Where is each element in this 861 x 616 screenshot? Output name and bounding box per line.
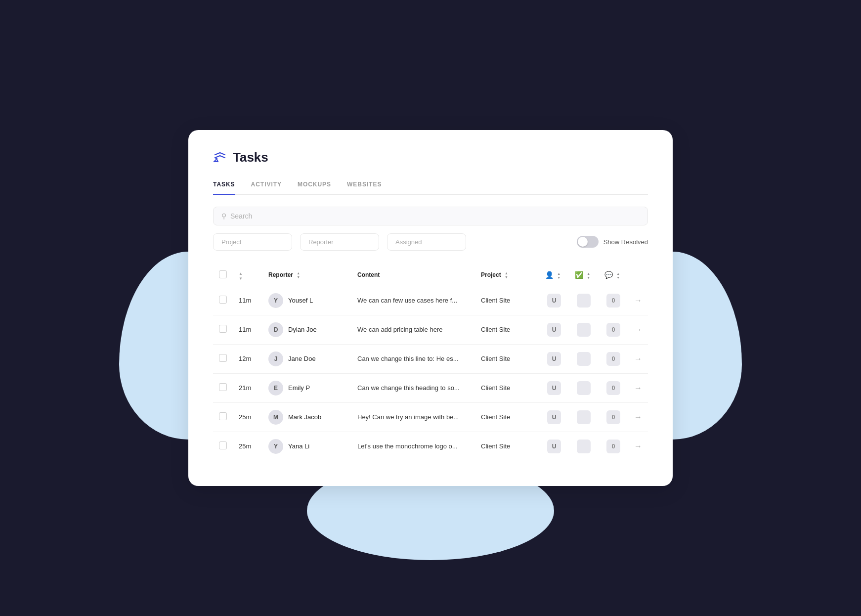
status-badge — [577, 352, 591, 366]
tab-activity[interactable]: ACTIVITY — [251, 181, 282, 195]
row-action-cell: → — [628, 402, 648, 432]
reporter-name: Dylan Joe — [288, 326, 317, 333]
row-time: 11m — [233, 315, 262, 344]
project-sort-icon — [505, 271, 508, 279]
row-arrow-button[interactable]: → — [634, 413, 642, 422]
row-project: Client Site — [475, 344, 539, 373]
comments-badge: 0 — [606, 381, 620, 395]
row-checkbox[interactable] — [219, 412, 227, 420]
select-all-checkbox[interactable] — [219, 270, 227, 278]
row-project: Client Site — [475, 315, 539, 344]
main-card: Tasks TASKS ACTIVITY MOCKUPS WEBSITES ⚲ … — [188, 130, 673, 486]
assigned-badge: U — [547, 440, 561, 453]
row-checkbox[interactable] — [219, 354, 227, 362]
row-assigned-cell: U — [539, 432, 569, 461]
row-reporter: J Jane Doe — [262, 344, 351, 373]
row-reporter: E Emily P — [262, 373, 351, 402]
row-assigned-cell: U — [539, 286, 569, 315]
assigned-badge: U — [547, 352, 561, 366]
row-arrow-button[interactable]: → — [634, 384, 642, 393]
row-action-cell: → — [628, 315, 648, 344]
tab-tasks[interactable]: TASKS — [213, 181, 235, 195]
row-action-cell: → — [628, 344, 648, 373]
row-arrow-button[interactable]: → — [634, 325, 642, 334]
status-badge — [577, 410, 591, 424]
assigned-sort-icon — [557, 272, 560, 279]
comment-icon: 💬 — [604, 271, 613, 279]
logo-icon — [213, 151, 227, 165]
row-project: Client Site — [475, 373, 539, 402]
filter-row: Show Resolved — [213, 233, 648, 251]
th-comments[interactable]: 💬 — [599, 264, 628, 286]
row-content: Can we change this line to: He es... — [351, 344, 475, 373]
row-checkbox[interactable] — [219, 441, 227, 449]
tab-bar: TASKS ACTIVITY MOCKUPS WEBSITES — [213, 181, 648, 195]
tab-mockups[interactable]: MOCKUPS — [298, 181, 331, 195]
page-title: Tasks — [233, 150, 268, 165]
project-filter[interactable] — [213, 233, 292, 251]
row-content: Can we change this heading to so... — [351, 373, 475, 402]
table-row: 12m J Jane Doe Can we change this line t… — [213, 344, 648, 373]
reporter-name: Yousef L — [288, 297, 313, 304]
row-comments-cell: 0 — [599, 432, 628, 461]
row-checkbox-cell — [213, 344, 233, 373]
row-comments-cell: 0 — [599, 402, 628, 432]
row-action-cell: → — [628, 432, 648, 461]
row-status-cell — [569, 315, 599, 344]
row-status-cell — [569, 402, 599, 432]
row-checkbox[interactable] — [219, 296, 227, 304]
row-time: 11m — [233, 286, 262, 315]
reporter-avatar: J — [268, 352, 283, 366]
table-row: 11m D Dylan Joe We can add pricing table… — [213, 315, 648, 344]
th-assigned[interactable]: 👤 — [539, 264, 569, 286]
assigned-badge: U — [547, 294, 561, 308]
th-checkbox — [213, 264, 233, 286]
th-content: Content — [351, 264, 475, 286]
reporter-filter[interactable] — [300, 233, 379, 251]
row-arrow-button[interactable]: → — [634, 442, 642, 451]
status-badge — [577, 323, 591, 337]
page-header: Tasks — [213, 150, 648, 165]
th-action — [628, 264, 648, 286]
search-bar: ⚲ — [213, 207, 648, 225]
row-arrow-button[interactable]: → — [634, 296, 642, 305]
row-checkbox[interactable] — [219, 383, 227, 391]
show-resolved-group: Show Resolved — [577, 236, 648, 248]
row-project: Client Site — [475, 286, 539, 315]
th-status[interactable]: ✅ — [569, 264, 599, 286]
row-comments-cell: 0 — [599, 286, 628, 315]
reporter-avatar: M — [268, 410, 283, 425]
reporter-name: Yana Li — [288, 442, 309, 450]
row-comments-cell: 0 — [599, 373, 628, 402]
assigned-filter[interactable] — [387, 233, 466, 251]
reporter-sort-icon — [297, 271, 300, 279]
show-resolved-toggle[interactable] — [577, 236, 599, 248]
status-badge — [577, 381, 591, 395]
row-status-cell — [569, 286, 599, 315]
row-comments-cell: 0 — [599, 344, 628, 373]
row-arrow-button[interactable]: → — [634, 354, 642, 363]
row-checkbox[interactable] — [219, 325, 227, 333]
reporter-name: Emily P — [288, 384, 310, 392]
row-time: 25m — [233, 432, 262, 461]
th-time: ▲▼ — [233, 264, 262, 286]
row-status-cell — [569, 344, 599, 373]
comments-badge: 0 — [606, 410, 620, 424]
th-reporter[interactable]: Reporter — [262, 264, 351, 286]
show-resolved-label: Show Resolved — [603, 238, 648, 246]
reporter-avatar: D — [268, 322, 283, 337]
th-project[interactable]: Project — [475, 264, 539, 286]
tab-websites[interactable]: WEBSITES — [347, 181, 382, 195]
comments-badge: 0 — [606, 323, 620, 337]
toggle-knob — [578, 237, 588, 247]
check-circle-icon: ✅ — [575, 271, 583, 279]
row-checkbox-cell — [213, 432, 233, 461]
row-checkbox-cell — [213, 402, 233, 432]
search-input[interactable] — [230, 212, 640, 220]
reporter-name: Jane Doe — [288, 355, 316, 362]
row-reporter: Y Yana Li — [262, 432, 351, 461]
reporter-name: Mark Jacob — [288, 413, 321, 421]
row-action-cell: → — [628, 286, 648, 315]
page-wrapper: Tasks TASKS ACTIVITY MOCKUPS WEBSITES ⚲ … — [159, 86, 702, 530]
reporter-avatar: Y — [268, 293, 283, 308]
